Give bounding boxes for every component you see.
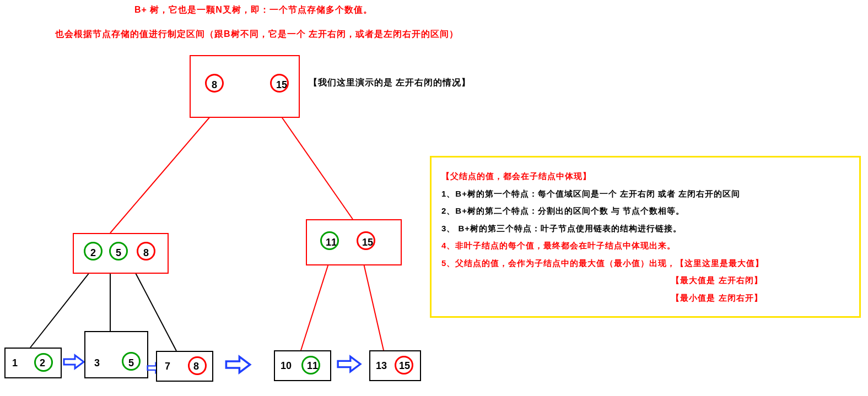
leaf1-v1: 1 (12, 357, 18, 369)
leaf-node-3: 7 8 (156, 351, 213, 382)
info-line-4: 4、非叶子结点的每个值，最终都会在叶子结点中体现出来。 (441, 237, 849, 254)
info-line-6: 【最大值是 左开右闭】 (441, 272, 849, 289)
title-line-2: 也会根据节点存储的值进行制定区间（跟B树不同，它是一个 左开右闭，或者是左闭右开… (55, 29, 459, 40)
info-line-2: 2、B+树的第二个特点：分割出的区间个数 与 节点个数相等。 (441, 202, 849, 220)
svg-line-2 (30, 272, 90, 348)
leaf5-v1: 13 (376, 360, 387, 372)
svg-line-1 (281, 116, 353, 219)
info-line-7: 【最小值是 左闭右开】 (441, 289, 849, 307)
info-line-0: 【父结点的值，都会在子结点中体现】 (441, 167, 849, 185)
mid-left-v1: 2 (90, 247, 96, 259)
svg-line-5 (301, 264, 328, 350)
info-panel: 【父结点的值，都会在子结点中体现】 1、B+树的第一个特点：每个值域区间是一个 … (430, 156, 861, 318)
arrow-right-icon (222, 355, 255, 375)
leaf3-v1: 7 (165, 361, 170, 372)
root-val-2: 15 (276, 79, 287, 91)
leaf-node-2: 3 5 (84, 331, 148, 378)
leaf4-v1: 10 (281, 360, 292, 372)
root-note: 【我们这里演示的是 左开右闭的情况】 (309, 77, 471, 89)
info-line-3: 3、 B+树的第三个特点：叶子节点使用链表的结构进行链接。 (441, 220, 849, 237)
leaf5-v2: 15 (399, 360, 410, 372)
mid-right-v1: 11 (326, 237, 337, 248)
mid-left-node: 2 5 8 (73, 233, 169, 274)
info-line-5: 5、父结点的值，会作为子结点中的最大值（最小值）出现，【这里这里是最大值】 (441, 254, 849, 272)
leaf-node-1: 1 2 (4, 348, 62, 378)
leaf3-v2: 8 (193, 361, 199, 372)
mid-left-v3: 8 (143, 247, 149, 259)
root-val-1: 8 (212, 79, 217, 91)
mid-left-v2: 5 (116, 247, 121, 259)
svg-line-6 (364, 264, 384, 350)
leaf2-v1: 3 (94, 357, 100, 369)
info-line-1: 1、B+树的第一个特点：每个值域区间是一个 左开右闭 或者 左闭右开的区间 (441, 185, 849, 203)
leaf-node-5: 13 15 (369, 350, 421, 381)
arrow-right-icon (334, 355, 364, 373)
leaf2-v2: 5 (128, 357, 134, 369)
leaf4-v2: 11 (307, 360, 318, 372)
mid-right-node: 11 15 (306, 219, 402, 265)
mid-right-v2: 15 (362, 237, 373, 248)
title-line-1: B+ 树，它也是一颗N叉树，即：一个节点存储多个数值。 (134, 4, 373, 16)
arrow-right-icon (63, 354, 85, 370)
leaf1-v2: 2 (40, 357, 45, 369)
leaf-node-4: 10 11 (274, 350, 331, 381)
root-node: 8 15 (190, 55, 300, 118)
svg-line-0 (110, 116, 211, 233)
